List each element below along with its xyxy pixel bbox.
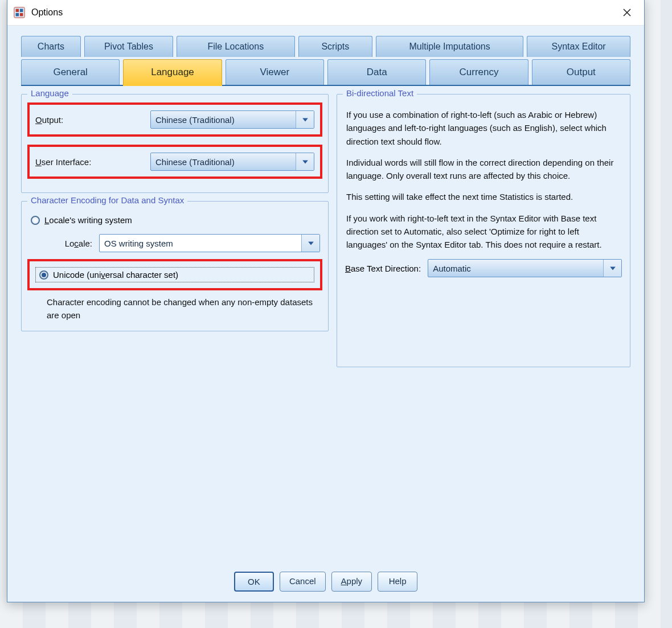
- title-bar: Options: [7, 0, 644, 26]
- help-button[interactable]: Help: [378, 572, 417, 592]
- tab-viewer[interactable]: Viewer: [226, 59, 324, 85]
- svg-rect-2: [20, 9, 23, 11]
- dropdown-arrow-icon: [603, 260, 621, 277]
- encoding-note: Character encoding cannot be changed whe…: [47, 296, 318, 322]
- svg-rect-4: [20, 13, 23, 15]
- radio-icon: [39, 270, 48, 280]
- radio-icon: [31, 216, 40, 225]
- base-text-direction-value: Automatic: [433, 264, 471, 273]
- base-text-direction-label: Base Text Direction:: [345, 264, 421, 273]
- apply-button[interactable]: Apply: [331, 572, 372, 592]
- ui-language-value: Chinese (Traditional): [155, 157, 235, 167]
- output-language-value: Chinese (Traditional): [155, 115, 235, 125]
- highlight-output: Output: Chinese (Traditional): [27, 102, 322, 137]
- tab-file-locations[interactable]: File Locations: [177, 36, 295, 57]
- tab-row-upper: Charts Pivot Tables File Locations Scrip…: [21, 36, 630, 57]
- bidi-p4: If you work with right-to-left text in t…: [346, 212, 621, 252]
- base-text-direction-combo[interactable]: Automatic: [428, 259, 622, 277]
- output-language-combo[interactable]: Chinese (Traditional): [150, 110, 314, 129]
- radio-locale-writing-system[interactable]: Locale's writing system: [30, 212, 320, 228]
- locale-value: OS writing system: [104, 239, 173, 248]
- close-button[interactable]: [616, 3, 638, 22]
- tab-syntax-editor[interactable]: Syntax Editor: [527, 36, 630, 57]
- tab-data[interactable]: Data: [327, 59, 426, 85]
- svg-marker-7: [302, 118, 308, 122]
- group-bidi-legend: Bi-directional Text: [343, 88, 417, 98]
- tab-general[interactable]: General: [21, 59, 120, 85]
- tab-output[interactable]: Output: [532, 59, 630, 85]
- bidi-p2: Individual words will still flow in the …: [346, 156, 621, 183]
- tab-currency[interactable]: Currency: [429, 59, 528, 85]
- tab-multiple-imputations[interactable]: Multiple Imputations: [376, 36, 523, 57]
- window-title: Options: [31, 7, 63, 18]
- cancel-button[interactable]: Cancel: [280, 572, 326, 592]
- dropdown-arrow-icon: [301, 235, 319, 252]
- group-language: Language Output: Chinese (Traditional): [21, 94, 329, 193]
- group-language-legend: Language: [27, 88, 72, 98]
- svg-marker-9: [308, 242, 314, 245]
- tab-charts[interactable]: Charts: [21, 36, 81, 57]
- dialog-body: Charts Pivot Tables File Locations Scrip…: [7, 26, 644, 602]
- dropdown-arrow-icon: [296, 111, 314, 128]
- radio-locale-label: Locale's writing system: [44, 215, 132, 225]
- bidi-p3: This setting will take effect the next t…: [346, 190, 621, 203]
- dropdown-arrow-icon: [296, 153, 314, 170]
- svg-marker-10: [610, 267, 616, 270]
- app-icon: [13, 6, 26, 19]
- options-dialog: Options Charts Pivot Tables File Locatio…: [7, 0, 645, 602]
- tab-language[interactable]: Language: [123, 59, 222, 85]
- output-label: Output:: [35, 115, 144, 125]
- ok-button[interactable]: OK: [234, 572, 274, 592]
- tab-pivot-tables[interactable]: Pivot Tables: [84, 36, 173, 57]
- locale-label: Locale:: [30, 239, 92, 248]
- group-encoding-legend: Character Encoding for Data and Syntax: [27, 195, 187, 205]
- highlight-unicode: Unicode (universal character set): [27, 259, 322, 290]
- bidi-p1: If you use a combination of right-to-lef…: [346, 108, 621, 148]
- group-bidi: Bi-directional Text If you use a combina…: [337, 94, 630, 367]
- radio-unicode[interactable]: Unicode (universal character set): [35, 267, 314, 282]
- tab-scripts[interactable]: Scripts: [298, 36, 373, 57]
- svg-rect-1: [16, 9, 19, 11]
- button-bar: OK Cancel Apply Help: [21, 565, 630, 594]
- locale-combo[interactable]: OS writing system: [99, 234, 320, 252]
- svg-rect-3: [16, 13, 19, 15]
- highlight-ui: User Interface: Chinese (Traditional): [27, 145, 322, 179]
- svg-marker-8: [302, 161, 308, 164]
- tab-strip: Charts Pivot Tables File Locations Scrip…: [21, 36, 630, 86]
- tab-row-lower: General Language Viewer Data Currency Ou…: [21, 59, 630, 85]
- ui-label: User Interface:: [35, 157, 144, 167]
- group-encoding: Character Encoding for Data and Syntax L…: [21, 201, 329, 331]
- ui-language-combo[interactable]: Chinese (Traditional): [150, 153, 314, 171]
- radio-unicode-label: Unicode (universal character set): [53, 270, 178, 280]
